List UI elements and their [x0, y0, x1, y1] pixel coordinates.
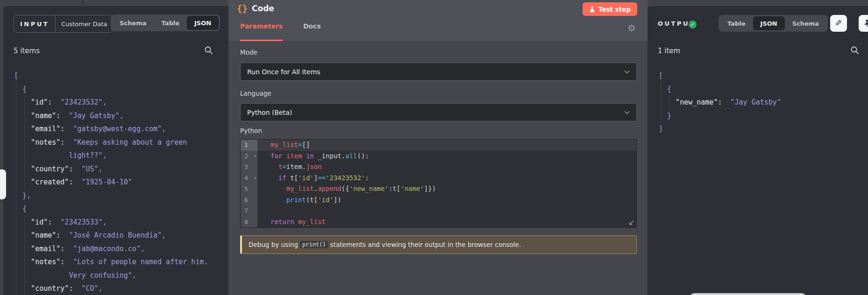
input-items-count: 5 items	[14, 47, 40, 55]
input-panel: INPUT Customer Data Schema Table JSON 5 …	[3, 6, 228, 295]
input-view-tabs: Schema Table JSON	[111, 14, 220, 31]
node-title: Code	[252, 4, 274, 13]
mode-label: Mode	[240, 49, 257, 56]
output-panel: OUTPUT ✓ Table JSON Schema ✎ 1 item [ { …	[647, 6, 868, 295]
items-pager-pill[interactable]	[689, 293, 807, 295]
hint-code-chip: print()	[300, 241, 328, 248]
code-editor-content[interactable]: my_list=[]for item in _input.all(): t=it…	[257, 140, 636, 227]
input-source-selector[interactable]: INPUT Customer Data	[14, 15, 114, 33]
code-node-icon: {}	[237, 3, 248, 14]
panel-drag-handle[interactable]	[0, 169, 6, 199]
input-tab-table[interactable]: Table	[154, 16, 187, 30]
debug-hint-callout: Debug by using print() statements and vi…	[240, 235, 637, 254]
tab-parameters[interactable]: Parameters	[240, 22, 283, 41]
language-select[interactable]: Python (Beta)	[240, 103, 637, 121]
output-json-view: [ { "new_name": "Jay Gatsby" }]	[659, 69, 781, 136]
flask-icon	[589, 6, 595, 13]
pin-data-button[interactable]	[859, 15, 868, 32]
output-tab-schema[interactable]: Schema	[785, 16, 826, 30]
output-view-tabs: Table JSON Schema	[719, 15, 828, 32]
ndv-modal: INPUT Customer Data Schema Table JSON 5 …	[0, 0, 868, 295]
input-json-view: [ { "id": "23423532", "name": "Jay Gatsb…	[14, 69, 208, 295]
hint-text-prefix: Debug by using	[249, 241, 298, 248]
output-tab-table[interactable]: Table	[720, 16, 753, 30]
input-panel-label: INPUT	[14, 15, 55, 32]
node-settings-gear-icon[interactable]: ⚙	[627, 22, 636, 34]
input-source-node[interactable]: Customer Data	[56, 15, 113, 32]
code-editor-gutter: 12∨34∨5678	[241, 140, 257, 227]
pin-icon	[863, 19, 868, 28]
edit-output-button[interactable]: ✎	[830, 15, 847, 32]
input-tab-json[interactable]: JSON	[187, 16, 219, 30]
python-editor-label: Python	[240, 127, 262, 134]
language-value: Python (Beta)	[247, 109, 292, 116]
code-editor[interactable]: 12∨34∨5678 my_list=[]for item in _input.…	[240, 139, 637, 228]
node-settings-panel: {} Code Test step Parameters Docs ⚙ Mode…	[228, 0, 647, 295]
canvas-connection-line	[82, 0, 83, 6]
output-search-icon[interactable]	[850, 46, 860, 55]
input-tab-schema[interactable]: Schema	[112, 16, 154, 30]
chevron-down-icon	[624, 111, 630, 114]
mode-value: Run Once for All Items	[247, 68, 320, 76]
editor-resize-handle[interactable]	[628, 219, 635, 226]
tab-docs[interactable]: Docs	[303, 22, 321, 40]
pencil-icon: ✎	[835, 18, 842, 28]
mode-select[interactable]: Run Once for All Items	[240, 63, 637, 81]
chevron-down-icon	[624, 70, 630, 74]
hint-text-suffix: statements and viewing their output in t…	[330, 241, 521, 248]
test-step-label: Test step	[598, 6, 631, 13]
success-check-icon: ✓	[689, 21, 697, 28]
node-header: {} Code Test step Parameters Docs ⚙	[228, 0, 647, 41]
test-step-button[interactable]: Test step	[583, 2, 637, 16]
language-label: Language	[240, 90, 271, 97]
output-items-count: 1 item	[658, 47, 680, 55]
output-tab-json[interactable]: JSON	[753, 16, 785, 30]
input-search-icon[interactable]	[204, 46, 213, 55]
